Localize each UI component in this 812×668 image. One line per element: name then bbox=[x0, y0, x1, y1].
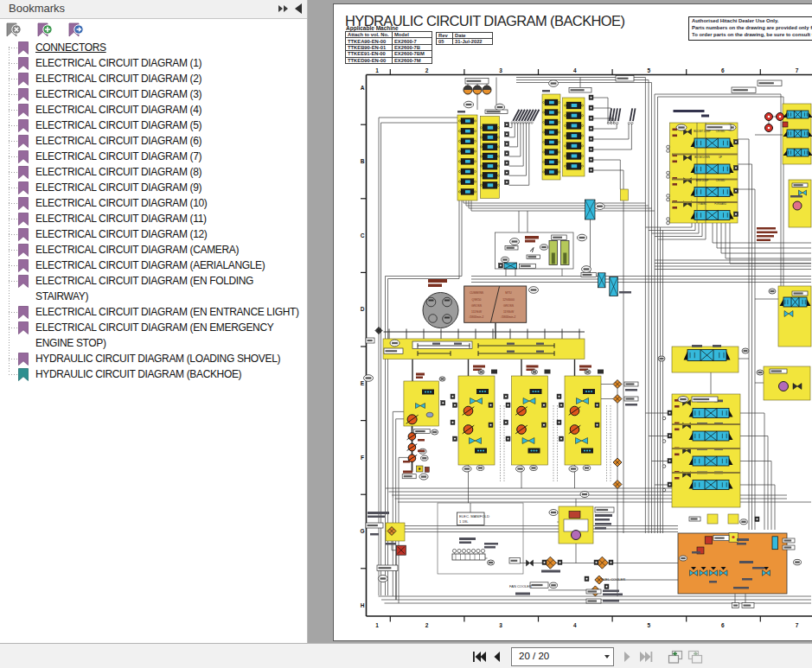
solenoid-dot bbox=[586, 449, 588, 451]
part-label-text bbox=[507, 247, 515, 249]
component-label: 1119kW bbox=[471, 310, 483, 314]
bookmark-item[interactable]: HYDRAULIC CIRCUIT DIAGRAM (BACKHOE) bbox=[0, 366, 307, 382]
last-page-button[interactable] bbox=[637, 649, 655, 665]
bookmark-item[interactable]: ELECTRICAL CIRCUIT DIAGRAM (AERIALANGLE) bbox=[0, 258, 307, 273]
micro-text bbox=[484, 546, 496, 549]
bookmark-item[interactable]: HYDRAULIC CIRCUIT DIAGRAM (LOADING SHOVE… bbox=[0, 351, 307, 366]
port-dot bbox=[669, 460, 671, 461]
page-navigation-toolbar: 20 / 20 bbox=[0, 643, 812, 668]
component-label: CROWD bbox=[716, 130, 726, 133]
grid-row-label: F bbox=[361, 455, 364, 461]
bookmark-flag-icon bbox=[17, 104, 29, 117]
bookmark-item[interactable]: ELECTRICAL CIRCUIT DIAGRAM (3) bbox=[0, 86, 307, 102]
pto-port bbox=[429, 315, 438, 323]
component-label: 1 19L bbox=[459, 519, 469, 524]
ref-balloon-text bbox=[366, 377, 372, 379]
next-view-button[interactable] bbox=[687, 649, 704, 665]
bookmark-item[interactable]: ELECTRICAL CIRCUIT DIAGRAM (2) bbox=[0, 71, 307, 86]
bookmark-item[interactable]: ELECTRICAL CIRCUIT DIAGRAM (1) bbox=[0, 55, 307, 71]
bookmark-label: ELECTRICAL CIRCUIT DIAGRAM (EN FOLDING S… bbox=[35, 275, 253, 302]
ref-balloon-text bbox=[741, 521, 745, 523]
bookmark-item[interactable]: ELECTRICAL CIRCUIT DIAGRAM (9) bbox=[0, 180, 307, 195]
collapse-panel-icon[interactable] bbox=[294, 3, 304, 15]
ref-balloon-text bbox=[479, 371, 483, 372]
bookmark-flag-icon bbox=[17, 57, 29, 70]
bookmark-item[interactable]: ELECTRICAL CIRCUIT DIAGRAM (10) bbox=[0, 195, 307, 211]
micro-text bbox=[675, 477, 680, 480]
bookmark-label: ELECTRICAL CIRCUIT DIAGRAM (5) bbox=[35, 119, 201, 131]
previous-view-button[interactable] bbox=[667, 649, 684, 665]
component-label: GROSS bbox=[471, 304, 483, 308]
bookmarks-list: CONNECTORSELECTRICAL CIRCUIT DIAGRAM (1)… bbox=[0, 40, 307, 382]
micro-text bbox=[370, 533, 379, 536]
solenoid-dot bbox=[591, 391, 592, 392]
bookmark-item[interactable]: ELECTRICAL CIRCUIT DIAGRAM (11) bbox=[0, 211, 307, 226]
cv-port bbox=[667, 198, 670, 201]
port-dot bbox=[454, 438, 456, 440]
bookmark-item[interactable]: ELECTRICAL CIRCUIT DIAGRAM (8) bbox=[0, 164, 307, 180]
pilot-valve-core bbox=[488, 126, 494, 130]
grid-row-label: H bbox=[361, 602, 365, 608]
micro-text bbox=[675, 405, 680, 408]
page-number-combobox[interactable]: 20 / 20 bbox=[511, 647, 614, 666]
micro-text bbox=[525, 240, 535, 243]
first-page-button[interactable] bbox=[471, 649, 487, 665]
servo-port bbox=[481, 549, 484, 552]
component-label: FAN COOLER bbox=[509, 584, 532, 588]
rotated-micro-label bbox=[630, 108, 633, 121]
micro-text bbox=[541, 570, 560, 573]
wire bbox=[509, 123, 524, 166]
pilot-valve-core bbox=[488, 155, 494, 158]
wire bbox=[509, 123, 518, 147]
wire bbox=[396, 419, 409, 600]
ref-balloon-text bbox=[584, 268, 590, 270]
grid-row-label: B bbox=[361, 158, 365, 164]
document-area[interactable]: HYDRAULIC CIRCUIT DIAGRAM (BACKHOE) Appl… bbox=[308, 0, 812, 643]
bookmark-item[interactable]: ELECTRICAL CIRCUIT DIAGRAM (12) bbox=[0, 226, 307, 242]
part-label-text bbox=[707, 126, 723, 128]
bookmark-item[interactable]: ELECTRICAL CIRCUIT DIAGRAM (EN EMERGENCY… bbox=[0, 320, 307, 351]
part-label-text bbox=[588, 590, 598, 592]
micro-text bbox=[418, 450, 425, 453]
new-bookmark-button[interactable] bbox=[36, 22, 54, 39]
previous-page-button[interactable] bbox=[489, 649, 505, 665]
micro-text bbox=[752, 567, 764, 569]
solenoid-dot bbox=[589, 449, 591, 451]
grid-column-label: 6 bbox=[721, 67, 725, 73]
bookmark-label: ELECTRICAL CIRCUIT DIAGRAM (10) bbox=[35, 197, 208, 209]
pilot-valve-core bbox=[572, 155, 578, 158]
next-page-button[interactable] bbox=[619, 649, 635, 665]
bookmark-item[interactable]: ELECTRICAL CIRCUIT DIAGRAM (4) bbox=[0, 102, 307, 118]
bookmark-label: ELECTRICAL CIRCUIT DIAGRAM (9) bbox=[35, 181, 201, 194]
grease-motor bbox=[779, 382, 789, 391]
wire bbox=[735, 594, 745, 603]
bookmark-flag-icon bbox=[17, 259, 29, 272]
bookmark-item[interactable]: ELECTRICAL CIRCUIT DIAGRAM (EN FOLDING S… bbox=[0, 273, 307, 304]
bookmark-label: ELECTRICAL CIRCUIT DIAGRAM (2) bbox=[35, 73, 201, 85]
options-double-arrow-icon[interactable] bbox=[278, 3, 289, 15]
bookmark-label: HYDRAULIC CIRCUIT DIAGRAM (BACKHOE) bbox=[35, 368, 241, 380]
component-label: ARM DUMP bbox=[696, 179, 709, 182]
bookmark-item[interactable]: ELECTRICAL CIRCUIT DIAGRAM (EN ENTRANCE … bbox=[0, 304, 307, 320]
port-dot bbox=[559, 422, 560, 423]
bookmark-item[interactable]: ELECTRICAL CIRCUIT DIAGRAM (7) bbox=[0, 149, 307, 164]
bookmark-item[interactable]: ELECTRICAL CIRCUIT DIAGRAM (5) bbox=[0, 118, 307, 133]
ref-balloon-text bbox=[531, 289, 537, 290]
bookmark-flag-icon bbox=[17, 353, 29, 366]
bookmark-item[interactable]: CONNECTORS bbox=[0, 40, 307, 55]
bookmark-label: ELECTRICAL CIRCUIT DIAGRAM (EN ENTRANCE … bbox=[35, 306, 299, 318]
part-label-text bbox=[528, 256, 537, 258]
delete-bookmark-button[interactable] bbox=[5, 22, 22, 39]
bookmark-item[interactable]: ELECTRICAL CIRCUIT DIAGRAM (6) bbox=[0, 133, 307, 149]
bookmark-flag-icon bbox=[17, 150, 29, 163]
port-dot bbox=[591, 169, 592, 171]
cv-port bbox=[662, 488, 666, 492]
port-dot bbox=[735, 141, 737, 143]
go-to-bookmark-button[interactable] bbox=[67, 22, 85, 39]
bookmark-item[interactable]: ELECTRICAL CIRCUIT DIAGRAM (CAMERA) bbox=[0, 242, 307, 258]
component-label: /1800min-1 bbox=[501, 315, 516, 319]
fan-port bbox=[531, 122, 533, 124]
port-dot bbox=[442, 402, 444, 404]
part-label-text bbox=[794, 292, 803, 294]
port-dot bbox=[559, 562, 561, 563]
